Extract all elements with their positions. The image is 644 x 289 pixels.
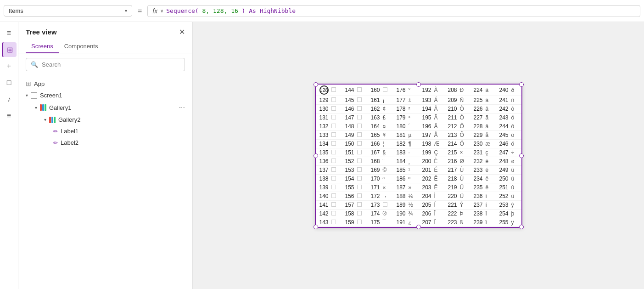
fx-icon: fx [152, 7, 157, 15]
cell-char-3-14: ó [510, 113, 521, 122]
cell-char-13-14: ý [510, 200, 521, 209]
layers-icon[interactable]: ⊞ [2, 42, 17, 57]
tree-close-button[interactable]: ✕ [179, 28, 185, 36]
cell-char-6-4: ¦ [382, 139, 393, 148]
cell-char-0-0 [330, 85, 342, 96]
cell-num-0-6: 176 [393, 85, 408, 96]
cell-num-14-4: 174 [367, 209, 382, 218]
cell-char-7-2 [356, 148, 367, 157]
character-table: 128144160176°192À208Ð224à240ð129145161¡1… [316, 85, 521, 227]
cell-num-11-10: 219 [444, 183, 459, 192]
cell-char-4-10: Ô [459, 122, 470, 130]
cell-num-5-4: 165 [367, 130, 382, 139]
cell-num-6-2: 150 [342, 139, 356, 148]
cell-num-0-0: 128 [316, 85, 330, 96]
cell-num-8-4: 168 [367, 157, 382, 165]
tree-item-app[interactable]: ⊞ App [18, 78, 192, 90]
resize-handle-mr[interactable] [519, 153, 524, 158]
resize-handle-br[interactable] [519, 225, 524, 229]
add-icon[interactable]: + [2, 59, 17, 74]
tab-components[interactable]: Components [59, 40, 104, 53]
tree-item-gallery2[interactable]: ▾ Gallery2 [18, 114, 192, 125]
gallery1-icon [40, 104, 46, 111]
cell-num-0-2: 144 [342, 85, 356, 96]
cell-num-2-0: 130 [316, 104, 330, 113]
formula-bar[interactable]: fx ∨ Sequence( 8, 128, 16 ) As HighNibbl… [147, 5, 640, 17]
cell-char-5-0 [330, 130, 342, 139]
cell-char-15-0 [330, 218, 342, 227]
hamburger-icon[interactable]: ≡ [2, 26, 17, 40]
cell-char-7-0 [330, 148, 342, 157]
cell-char-2-6: ² [408, 104, 419, 113]
media-icon[interactable]: ♪ [2, 92, 17, 107]
cell-num-8-2: 152 [342, 157, 356, 165]
cell-num-8-12: 232 [470, 157, 485, 165]
cell-num-6-8: 198 [419, 139, 433, 148]
resize-handle-bl[interactable] [314, 225, 318, 229]
cell-char-11-10: Û [459, 183, 470, 192]
more-options-button[interactable]: ··· [179, 103, 185, 112]
cell-num-15-10: 223 [444, 218, 459, 227]
cell-char-15-4: ¯ [382, 218, 393, 227]
cell-char-6-8: Æ [433, 139, 444, 148]
cell-num-10-8: 202 [419, 174, 433, 183]
cell-char-8-10: Ø [459, 157, 470, 165]
cell-num-3-10: 211 [444, 113, 459, 122]
cell-num-14-10: 222 [444, 209, 459, 218]
resize-handle-tl[interactable] [314, 82, 318, 87]
cell-char-0-10: Ð [459, 85, 470, 96]
tree-item-screen1[interactable]: ▾ Screen1 [18, 90, 192, 101]
resize-handle-tm[interactable] [416, 82, 421, 87]
label2-label: Label2 [61, 139, 78, 146]
cell-num-9-8: 201 [419, 165, 433, 174]
items-dropdown[interactable]: Items ▾ [4, 5, 132, 17]
resize-handle-bm[interactable] [416, 225, 421, 229]
cell-char-1-14: ñ [510, 96, 521, 104]
cell-num-15-4: 175 [367, 218, 382, 227]
search-input[interactable] [42, 61, 180, 68]
cell-char-4-12: ä [485, 122, 496, 130]
cell-num-13-0: 141 [316, 200, 330, 209]
gallery1-label: Gallery1 [49, 104, 71, 111]
gallery2-label: Gallery2 [58, 116, 80, 123]
cell-char-5-2 [356, 130, 367, 139]
cell-num-3-0: 131 [316, 113, 330, 122]
tab-screens[interactable]: Screens [26, 40, 59, 53]
equals-icon: = [136, 7, 144, 15]
tree-item-label1[interactable]: ✏ Label1 [18, 125, 192, 137]
cell-char-2-12: â [485, 104, 496, 113]
grid-container[interactable]: 128144160176°192À208Ð224à240ð129145161¡1… [315, 84, 522, 228]
cell-num-0-14: 240 [496, 85, 510, 96]
cell-num-4-14: 244 [496, 122, 510, 130]
tree-item-label2[interactable]: ✏ Label2 [18, 137, 192, 148]
cell-num-8-10: 216 [444, 157, 459, 165]
cell-char-3-8: Ã [433, 113, 444, 122]
resize-handle-tr[interactable] [519, 82, 524, 87]
cell-num-10-12: 234 [470, 174, 485, 183]
cell-char-15-10: ß [459, 218, 470, 227]
resize-handle-ml[interactable] [314, 153, 318, 158]
cell-char-3-12: ã [485, 113, 496, 122]
cell-num-12-0: 140 [316, 192, 330, 200]
cell-char-9-8: É [433, 165, 444, 174]
settings-icon[interactable]: ≡ [2, 108, 17, 123]
data-icon[interactable]: □ [2, 75, 17, 90]
cell-num-11-12: 235 [470, 183, 485, 192]
cell-char-12-14: ü [510, 192, 521, 200]
cell-char-13-10: Ý [459, 200, 470, 209]
cell-num-3-8: 195 [419, 113, 433, 122]
cell-char-13-0 [330, 200, 342, 209]
cell-num-11-8: 203 [419, 183, 433, 192]
cell-num-4-12: 228 [470, 122, 485, 130]
cell-num-5-0: 133 [316, 130, 330, 139]
cell-num-1-14: 241 [496, 96, 510, 104]
cell-num-13-4: 173 [367, 200, 382, 209]
tree-item-gallery1[interactable]: ▾ Gallery1 ··· [18, 101, 192, 114]
cell-num-15-0: 143 [316, 218, 330, 227]
cell-num-5-14: 245 [496, 130, 510, 139]
cell-num-15-8: 207 [419, 218, 433, 227]
cell-num-1-2: 145 [342, 96, 356, 104]
cell-num-10-2: 154 [342, 174, 356, 183]
chevron-right-icon: ▾ [35, 105, 37, 110]
cell-num-2-2: 146 [342, 104, 356, 113]
